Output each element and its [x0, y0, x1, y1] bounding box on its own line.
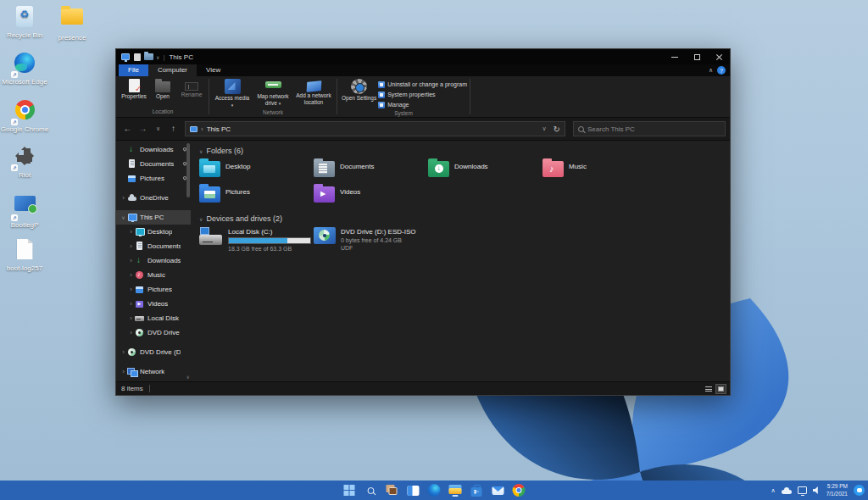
- open-button[interactable]: Open: [148, 78, 177, 100]
- folder-icon[interactable]: [144, 53, 153, 60]
- manage-button[interactable]: Manage: [378, 101, 467, 109]
- collapse-chevron-icon[interactable]: [120, 214, 127, 220]
- ribbon-tab-row: File Computer View: [116, 64, 730, 76]
- start-button[interactable]: [342, 483, 357, 497]
- yellow-folder-icon: [61, 8, 83, 25]
- help-icon[interactable]: [717, 66, 726, 75]
- section-devices[interactable]: Devices and drives (2): [199, 214, 730, 223]
- expand-chevron-icon[interactable]: [127, 286, 135, 293]
- expand-chevron-icon[interactable]: [127, 329, 135, 336]
- map-network-drive-button[interactable]: Map network drive: [253, 78, 293, 107]
- sidebar-scrollbar[interactable]: [186, 143, 190, 243]
- network-tray-icon[interactable]: [798, 486, 807, 494]
- scroll-down-chevron-icon[interactable]: [186, 374, 190, 380]
- desktop-icon-boot-log[interactable]: boot-log257: [0, 237, 49, 272]
- expand-chevron-icon[interactable]: [120, 194, 127, 202]
- section-folders[interactable]: Folders (6): [199, 147, 730, 155]
- expand-chevron-icon[interactable]: [127, 257, 135, 264]
- quick-access-toolbar-icon[interactable]: [134, 53, 141, 61]
- tab-computer[interactable]: Computer: [148, 64, 197, 76]
- add-network-location-button[interactable]: Add a network location: [293, 78, 334, 106]
- search-input[interactable]: [587, 125, 721, 133]
- desktop-icon-bootleg[interactable]: BootlegP: [0, 192, 49, 229]
- properties-button[interactable]: Properties: [120, 78, 148, 100]
- clock[interactable]: 5:29 PM 7/1/2021: [826, 483, 848, 497]
- recent-locations-chevron-icon[interactable]: [152, 122, 164, 136]
- address-dropdown-icon[interactable]: [542, 125, 546, 132]
- expand-chevron-icon[interactable]: [127, 271, 135, 279]
- section-collapse-icon[interactable]: [199, 216, 203, 222]
- sidebar-item-videos[interactable]: Videos: [116, 297, 191, 311]
- expand-chevron-icon[interactable]: [127, 228, 135, 236]
- sidebar-item-dvd-drive-root[interactable]: DVD Drive (D:) ES: [116, 345, 191, 359]
- expand-chevron-icon[interactable]: [120, 348, 127, 356]
- desktop-icon-chrome[interactable]: Google Chrome: [0, 98, 49, 133]
- folder-tile-videos[interactable]: Videos: [314, 185, 428, 210]
- taskbar-file-explorer-icon[interactable]: [448, 483, 463, 497]
- tab-view[interactable]: View: [197, 64, 230, 76]
- rename-button[interactable]: Rename: [177, 78, 206, 98]
- section-collapse-icon[interactable]: [199, 148, 203, 154]
- uninstall-program-button[interactable]: Uninstall or change a program: [378, 81, 467, 89]
- expand-chevron-icon[interactable]: [120, 368, 127, 375]
- folder-tile-downloads[interactable]: Downloads: [428, 159, 542, 185]
- folder-tile-desktop[interactable]: Desktop: [199, 159, 314, 185]
- ribbon-separator: [209, 79, 209, 114]
- widgets-icon[interactable]: [406, 483, 420, 497]
- folder-tile-documents[interactable]: Documents: [314, 159, 428, 185]
- hidden-icons-chevron-icon[interactable]: [771, 487, 776, 494]
- sidebar-item-dvd-drive[interactable]: DVD Drive (D:) E: [116, 325, 191, 340]
- onedrive-tray-icon[interactable]: [782, 488, 792, 493]
- access-media-button[interactable]: Access media: [212, 78, 253, 108]
- sidebar-item-onedrive[interactable]: OneDrive: [116, 191, 191, 205]
- refresh-icon[interactable]: [554, 125, 560, 134]
- sidebar-item-downloads-pinned[interactable]: Downloads: [116, 142, 191, 157]
- notification-badge-icon[interactable]: [854, 485, 865, 496]
- sidebar-item-this-pc[interactable]: This PC: [116, 210, 191, 225]
- sidebar-item-desktop[interactable]: Desktop: [116, 225, 191, 239]
- tab-file[interactable]: File: [119, 64, 148, 76]
- open-settings-button[interactable]: Open Settings: [340, 78, 378, 102]
- details-view-button[interactable]: [703, 384, 714, 394]
- volume-tray-icon[interactable]: [813, 486, 821, 494]
- drive-tile-local-disk[interactable]: Local Disk (C:) 18.3 GB free of 63.3 GB: [199, 227, 314, 252]
- large-icons-view-button[interactable]: [715, 384, 726, 394]
- desktop-icon-edge[interactable]: Microsoft Edge: [0, 51, 49, 86]
- sidebar-item-music[interactable]: Music: [116, 268, 191, 282]
- expand-chevron-icon[interactable]: [127, 300, 135, 308]
- sidebar-item-local-disk[interactable]: Local Disk (C:): [116, 311, 191, 325]
- system-properties-button[interactable]: System properties: [378, 91, 467, 99]
- folder-tile-pictures[interactable]: Pictures: [199, 185, 314, 210]
- expand-chevron-icon[interactable]: [127, 314, 135, 322]
- taskbar-search-icon[interactable]: [364, 483, 378, 497]
- breadcrumb[interactable]: This PC: [207, 125, 231, 133]
- qat-customize-chevron-icon[interactable]: ∨: [156, 54, 159, 60]
- sidebar-item-pictures-pinned[interactable]: Pictures: [116, 171, 191, 186]
- title-bar[interactable]: ∨ | This PC: [116, 49, 730, 64]
- expand-chevron-icon[interactable]: [127, 242, 135, 250]
- up-button[interactable]: [167, 122, 180, 136]
- microsoft-store-icon[interactable]: [470, 483, 484, 497]
- mail-icon[interactable]: [491, 483, 505, 497]
- minimize-button[interactable]: [664, 49, 686, 64]
- desktop-icon-presence-folder[interactable]: presence: [47, 5, 97, 42]
- folder-tile-music[interactable]: Music: [542, 159, 657, 185]
- collapse-ribbon-icon[interactable]: [709, 67, 713, 74]
- sidebar-item-downloads[interactable]: Downloads: [116, 253, 191, 268]
- drive-tile-dvd[interactable]: DVD Drive (D:) ESD-ISO 0 bytes free of 4…: [314, 227, 428, 252]
- taskbar-edge-icon[interactable]: [427, 483, 442, 497]
- address-bar[interactable]: This PC: [185, 121, 565, 136]
- sidebar-item-pictures[interactable]: Pictures: [116, 282, 191, 297]
- search-box[interactable]: [573, 121, 726, 136]
- sidebar-item-documents-pinned[interactable]: Documents: [116, 157, 191, 171]
- close-button[interactable]: [708, 49, 730, 64]
- desktop-icon-riot[interactable]: Riot: [0, 144, 49, 179]
- back-button[interactable]: [121, 122, 134, 136]
- forward-button[interactable]: [136, 122, 149, 136]
- task-view-icon[interactable]: [385, 483, 399, 497]
- sidebar-item-documents[interactable]: Documents: [116, 239, 191, 253]
- sidebar-item-network[interactable]: Network: [116, 364, 191, 379]
- maximize-button[interactable]: [686, 49, 708, 64]
- taskbar-chrome-icon[interactable]: [512, 483, 526, 497]
- desktop-icon-recycle-bin[interactable]: Recycle Bin: [0, 5, 49, 39]
